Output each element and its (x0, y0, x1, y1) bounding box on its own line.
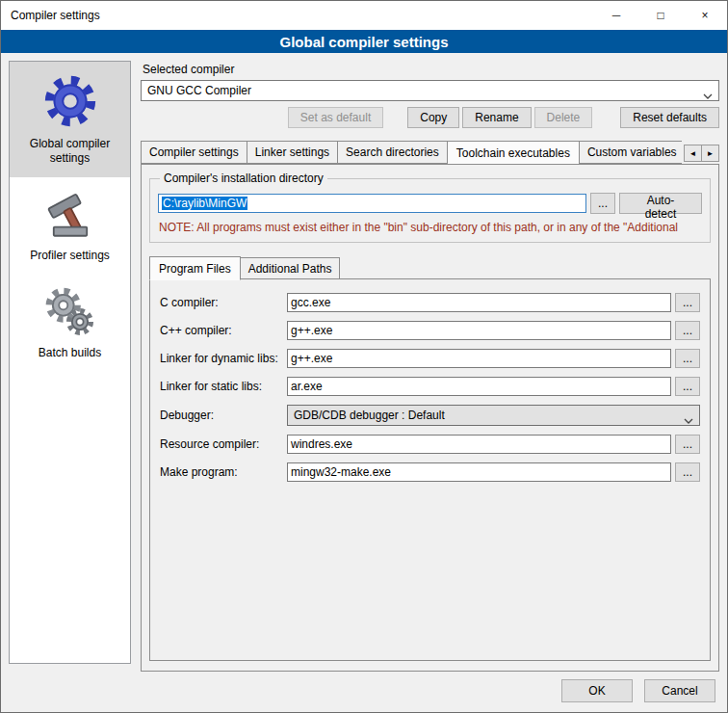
static-linker-browse-button[interactable]: ... (675, 377, 700, 396)
resource-compiler-row: Resource compiler: windres.exe ... (160, 435, 700, 454)
compiler-actions: Set as default Copy Rename Delete Reset … (141, 107, 719, 128)
make-program-label: Make program: (160, 465, 283, 479)
profiler-tool-icon (42, 187, 98, 243)
resource-compiler-label: Resource compiler: (160, 437, 283, 451)
tab-custom-variables[interactable]: Custom variables (579, 141, 682, 164)
tab-program-files[interactable]: Program Files (149, 256, 241, 280)
resource-compiler-browse-button[interactable]: ... (675, 435, 700, 454)
minimize-button[interactable]: ─ (594, 1, 638, 30)
cpp-compiler-browse-button[interactable]: ... (675, 321, 700, 340)
c-compiler-value: gcc.exe (291, 296, 330, 309)
dynamic-linker-input[interactable]: g++.exe (287, 349, 671, 368)
main-panel: Selected compiler GNU GCC Compiler Set a… (141, 61, 719, 672)
main-tabstrip: Compiler settings Linker settings Search… (141, 141, 719, 164)
cpp-compiler-row: C++ compiler: g++.exe ... (160, 321, 700, 340)
titlebar: Compiler settings ─ □ × (1, 1, 727, 30)
static-linker-input[interactable]: ar.exe (287, 377, 671, 396)
window-controls: ─ □ × (594, 1, 727, 30)
debugger-row: Debugger: GDB/CDB debugger : Default (160, 405, 700, 426)
static-linker-row: Linker for static libs: ar.exe ... (160, 377, 700, 396)
dynamic-linker-label: Linker for dynamic libs: (160, 352, 283, 365)
reset-defaults-button[interactable]: Reset defaults (620, 107, 719, 128)
make-program-browse-button[interactable]: ... (675, 462, 700, 482)
main-tabs: Compiler settings Linker settings Search… (141, 141, 682, 164)
selected-compiler-dropdown[interactable]: GNU GCC Compiler (141, 80, 719, 101)
cancel-button[interactable]: Cancel (644, 679, 715, 702)
gray-gears-icon (42, 284, 98, 340)
dialog-header: Global compiler settings (1, 30, 727, 53)
ok-button[interactable]: OK (561, 679, 633, 702)
sidebar-item-profiler-settings[interactable]: Profiler settings (10, 177, 130, 275)
tab-scroll-left-button[interactable]: ◄ (684, 145, 702, 162)
debugger-value: GDB/CDB debugger : Default (294, 409, 445, 422)
note-text: NOTE: All programs must exist either in … (159, 221, 701, 234)
resource-compiler-input[interactable]: windres.exe (287, 435, 671, 454)
blue-gear-icon (40, 71, 100, 131)
close-button[interactable]: × (683, 1, 727, 30)
dynamic-linker-value: g++.exe (291, 352, 332, 365)
installation-directory-group-title: Compiler's installation directory (160, 172, 327, 185)
toolchain-executables-panel: Compiler's installation directory C:\ray… (141, 164, 719, 672)
sidebar-item-label: Global compiler settings (12, 137, 128, 166)
resource-compiler-value: windres.exe (291, 437, 352, 451)
c-compiler-browse-button[interactable]: ... (675, 293, 700, 312)
sidebar-item-global-compiler-settings[interactable]: Global compiler settings (10, 62, 130, 177)
make-program-row: Make program: mingw32-make.exe ... (160, 462, 700, 482)
maximize-button[interactable]: □ (638, 1, 683, 30)
c-compiler-input[interactable]: gcc.exe (287, 293, 671, 312)
sidebar-item-label: Profiler settings (12, 249, 128, 263)
install-dir-browse-button[interactable]: ... (590, 193, 615, 214)
tab-compiler-settings[interactable]: Compiler settings (141, 141, 247, 164)
installation-directory-group: Compiler's installation directory C:\ray… (149, 178, 711, 243)
scroll-left-icon: ◄ (689, 149, 697, 158)
selected-compiler-value: GNU GCC Compiler (147, 84, 251, 97)
minimize-icon: ─ (612, 9, 621, 22)
close-icon: × (701, 9, 708, 22)
tab-scroll-buttons: ◄ ► (685, 145, 719, 162)
tab-search-directories[interactable]: Search directories (337, 141, 448, 164)
c-compiler-row: C compiler: gcc.exe ... (160, 293, 700, 312)
make-program-value: mingw32-make.exe (291, 465, 391, 479)
cpp-compiler-value: g++.exe (291, 324, 332, 337)
chevron-down-icon (703, 89, 713, 102)
tab-additional-paths[interactable]: Additional Paths (240, 257, 341, 279)
set-as-default-button[interactable]: Set as default (288, 107, 383, 128)
static-linker-value: ar.exe (291, 380, 323, 393)
debugger-dropdown[interactable]: GDB/CDB debugger : Default (287, 405, 700, 426)
maximize-icon: □ (657, 9, 663, 22)
c-compiler-label: C compiler: (160, 296, 283, 309)
tab-toolchain-executables[interactable]: Toolchain executables (447, 141, 580, 164)
installation-directory-row: C:\raylib\MinGW ... Auto-detect (158, 193, 702, 214)
install-dir-input[interactable]: C:\raylib\MinGW (158, 194, 586, 213)
static-linker-label: Linker for static libs: (160, 380, 283, 393)
make-program-input[interactable]: mingw32-make.exe (287, 462, 671, 482)
sidebar-item-label: Batch builds (12, 346, 128, 360)
settings-category-list: Global compiler settings Profiler settin… (9, 61, 131, 664)
dynamic-linker-browse-button[interactable]: ... (675, 349, 700, 368)
cpp-compiler-input[interactable]: g++.exe (287, 321, 671, 340)
autodetect-button[interactable]: Auto-detect (619, 193, 702, 214)
tab-scroll-right-button[interactable]: ► (701, 145, 719, 162)
debugger-label: Debugger: (160, 409, 283, 422)
rename-button[interactable]: Rename (462, 107, 531, 128)
selected-compiler-label: Selected compiler (143, 63, 719, 76)
delete-button[interactable]: Delete (534, 107, 593, 128)
scroll-right-icon: ► (707, 149, 715, 158)
sub-tabstrip: Program Files Additional Paths (149, 256, 711, 279)
install-dir-value: C:\raylib\MinGW (162, 197, 247, 210)
chevron-down-icon (684, 413, 693, 427)
program-files-panel: C compiler: gcc.exe ... C++ compiler: g+… (149, 278, 711, 661)
tab-linker-settings[interactable]: Linker settings (247, 141, 338, 164)
window-title: Compiler settings (1, 9, 100, 22)
compiler-settings-window: Compiler settings ─ □ × Global compiler … (0, 0, 728, 713)
dialog-footer: OK Cancel (1, 672, 727, 712)
copy-button[interactable]: Copy (407, 107, 459, 128)
dialog-body: Global compiler settings Profiler settin… (1, 53, 727, 672)
cpp-compiler-label: C++ compiler: (160, 324, 283, 337)
sidebar-item-batch-builds[interactable]: Batch builds (10, 275, 130, 372)
dynamic-linker-row: Linker for dynamic libs: g++.exe ... (160, 349, 700, 368)
